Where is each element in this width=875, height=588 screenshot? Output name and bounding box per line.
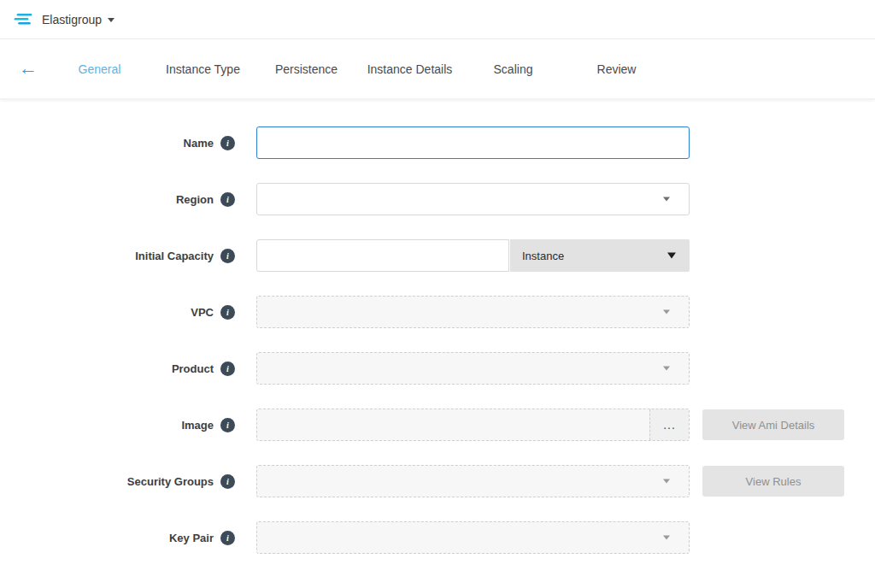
tab-label: Instance Details bbox=[367, 62, 453, 76]
chevron-down-icon bbox=[663, 536, 670, 540]
tab-label: General bbox=[79, 62, 121, 76]
initial-capacity-label: Initial Capacity bbox=[0, 250, 214, 262]
tab-general[interactable]: General bbox=[48, 62, 151, 76]
info-icon[interactable]: i bbox=[220, 136, 235, 150]
tab-review[interactable]: Review bbox=[565, 62, 668, 76]
wizard-tab-bar: ← General Instance Type Persistence Inst… bbox=[0, 39, 875, 99]
info-icon[interactable]: i bbox=[220, 474, 235, 489]
tab-scaling[interactable]: Scaling bbox=[461, 62, 565, 76]
capacity-unit-value: Instance bbox=[522, 250, 564, 262]
image-input bbox=[257, 409, 649, 440]
chevron-down-icon bbox=[108, 18, 115, 22]
caret-down-icon bbox=[667, 253, 676, 259]
tab-label: Scaling bbox=[494, 62, 533, 76]
security-groups-label: Security Groups bbox=[0, 475, 214, 488]
tab-instance-type[interactable]: Instance Type bbox=[151, 62, 255, 76]
form-row-name: Name i bbox=[0, 126, 875, 159]
browse-image-button[interactable]: ... bbox=[649, 409, 689, 440]
form-row-security-groups: Security Groups i View Rules bbox=[0, 465, 875, 497]
info-icon[interactable]: i bbox=[220, 249, 235, 263]
form-row-key-pair: Key Pair i bbox=[0, 521, 875, 554]
view-rules-button[interactable]: View Rules bbox=[702, 466, 844, 497]
app-title: Elastigroup bbox=[42, 13, 102, 26]
image-field: ... bbox=[256, 409, 690, 441]
chevron-down-icon bbox=[663, 479, 670, 484]
form-row-product: Product i bbox=[0, 352, 875, 385]
name-label: Name bbox=[0, 137, 214, 150]
tab-label: Review bbox=[597, 62, 637, 76]
back-arrow-icon: ← bbox=[19, 57, 38, 79]
top-bar: Elastigroup bbox=[0, 0, 875, 39]
chevron-down-icon bbox=[663, 310, 670, 315]
vpc-label: VPC bbox=[0, 306, 214, 319]
info-icon[interactable]: i bbox=[220, 305, 235, 320]
app-switcher-button[interactable]: Elastigroup bbox=[42, 13, 115, 26]
security-groups-select bbox=[256, 465, 690, 497]
tab-label: Persistence bbox=[275, 62, 338, 76]
tab-instance-details[interactable]: Instance Details bbox=[358, 62, 461, 76]
initial-capacity-input[interactable] bbox=[256, 239, 509, 272]
name-input[interactable] bbox=[256, 126, 690, 159]
info-icon[interactable]: i bbox=[220, 192, 235, 207]
capacity-unit-select[interactable]: Instance bbox=[510, 239, 690, 272]
form-row-vpc: VPC i bbox=[0, 296, 875, 328]
product-select bbox=[256, 352, 690, 385]
tab-label: Instance Type bbox=[166, 62, 240, 76]
elastigroup-logo-icon bbox=[14, 12, 34, 26]
form-row-image: Image i ... View Ami Details bbox=[0, 409, 875, 441]
chevron-down-icon bbox=[663, 197, 670, 202]
tab-persistence[interactable]: Persistence bbox=[255, 62, 358, 76]
general-settings-form: Name i Region i Initial Capacity i Insta… bbox=[0, 99, 875, 554]
back-button[interactable]: ← bbox=[14, 59, 48, 79]
vpc-select bbox=[256, 296, 690, 328]
key-pair-label: Key Pair bbox=[0, 532, 214, 544]
key-pair-select bbox=[256, 521, 690, 554]
info-icon[interactable]: i bbox=[220, 418, 235, 432]
chevron-down-icon bbox=[663, 367, 670, 371]
region-label: Region bbox=[0, 193, 214, 206]
info-icon[interactable]: i bbox=[220, 362, 235, 376]
form-row-region: Region i bbox=[0, 183, 875, 215]
product-label: Product bbox=[0, 362, 214, 375]
region-select[interactable] bbox=[256, 183, 690, 215]
form-row-initial-capacity: Initial Capacity i Instance bbox=[0, 239, 875, 272]
info-icon[interactable]: i bbox=[220, 531, 235, 545]
image-label: Image bbox=[0, 419, 214, 432]
view-ami-details-button[interactable]: View Ami Details bbox=[702, 409, 844, 440]
